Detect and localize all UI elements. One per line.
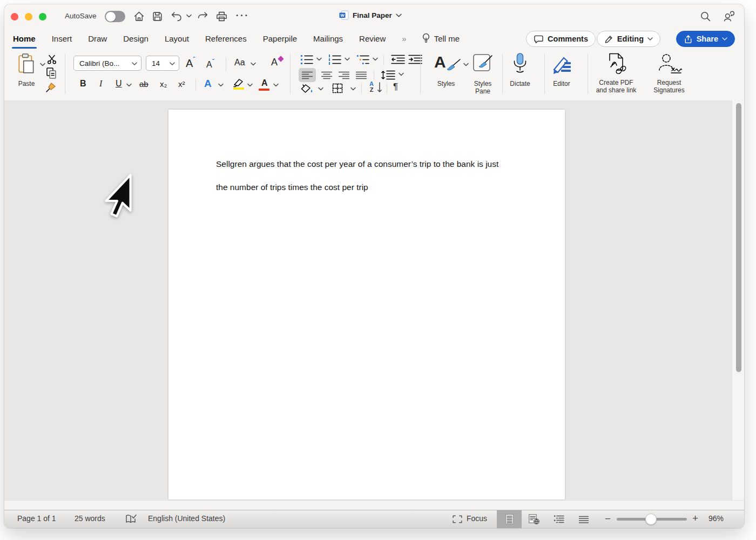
redo-icon[interactable] (197, 11, 208, 23)
close-traffic-light[interactable] (11, 13, 18, 21)
language-indicator[interactable]: English (United States) (148, 514, 225, 523)
zoom-level[interactable]: 96% (708, 514, 724, 523)
font-color-button[interactable]: A (261, 78, 268, 88)
home-icon[interactable] (133, 11, 145, 23)
numbering-button[interactable] (328, 54, 341, 65)
line-spacing-button[interactable] (381, 70, 395, 80)
create-pdf-share-link-button[interactable] (604, 52, 629, 76)
tab-design[interactable]: Design (123, 33, 148, 44)
save-icon[interactable] (152, 11, 164, 23)
tab-insert[interactable]: Insert (52, 33, 72, 44)
align-right-button[interactable] (335, 68, 353, 82)
outline-view-button[interactable] (546, 510, 571, 528)
document-page[interactable]: Sellgren argues that the cost per year o… (168, 110, 565, 500)
undo-dropdown-icon[interactable] (186, 14, 192, 18)
paste-dropdown-icon[interactable] (40, 63, 45, 66)
editing-dropdown-icon (647, 37, 653, 40)
zoom-slider-thumb[interactable] (645, 514, 657, 525)
divider (420, 54, 421, 94)
word-count[interactable]: 25 words (75, 514, 105, 523)
font-name-select[interactable]: Calibri (Bo... (73, 56, 141, 71)
shrink-font-button[interactable]: Aˇ (206, 58, 214, 70)
document-title-group[interactable]: W Final Paper (339, 10, 402, 20)
sort-button[interactable]: AZ (368, 81, 375, 93)
numbering-dropdown-icon[interactable] (345, 57, 350, 61)
italic-button[interactable]: I (99, 79, 102, 89)
tab-references[interactable]: References (205, 33, 247, 44)
editor-button[interactable] (551, 53, 572, 76)
clear-formatting-button[interactable]: A (271, 57, 283, 68)
align-center-button[interactable] (318, 68, 335, 82)
cut-icon[interactable] (46, 54, 57, 65)
page-indicator[interactable]: Page 1 of 1 (17, 514, 56, 523)
tab-draw[interactable]: Draw (88, 33, 107, 44)
request-signatures-button[interactable] (657, 52, 682, 76)
bullets-dropdown-icon[interactable] (316, 57, 322, 61)
grow-font-button[interactable]: Aˆ (186, 56, 195, 70)
text-effects-button[interactable]: A (204, 78, 212, 90)
change-case-button[interactable]: Aa (234, 58, 245, 68)
tab-home[interactable]: Home (13, 33, 36, 44)
editing-mode-button[interactable]: Editing (597, 31, 660, 47)
autosave-toggle[interactable] (105, 11, 125, 22)
tell-me-control[interactable]: Tell me (422, 33, 460, 44)
dictate-button[interactable] (510, 52, 530, 76)
undo-icon[interactable] (170, 11, 182, 23)
highlight-dropdown-icon[interactable] (247, 83, 253, 87)
tab-overflow-icon[interactable]: » (402, 34, 405, 43)
paragraph-mark-button[interactable]: ¶ (393, 82, 398, 92)
zoom-out-button[interactable]: − (605, 513, 611, 525)
font-color-dropdown-icon[interactable] (273, 83, 279, 87)
tab-layout[interactable]: Layout (165, 33, 189, 44)
tab-paperpile[interactable]: Paperpile (263, 33, 297, 44)
copy-icon[interactable] (45, 67, 57, 80)
tab-mailings[interactable]: Mailings (313, 33, 343, 44)
highlight-color-button[interactable] (232, 78, 245, 90)
lightbulb-icon (422, 33, 430, 44)
web-layout-view-button[interactable] (522, 510, 546, 528)
multilevel-list-button[interactable] (356, 54, 369, 65)
underline-dropdown-icon[interactable] (126, 83, 132, 87)
title-dropdown-icon[interactable] (396, 14, 402, 17)
underline-button[interactable]: U (116, 79, 122, 89)
multilevel-dropdown-icon[interactable] (373, 57, 378, 61)
align-left-button[interactable] (299, 68, 316, 82)
styles-dropdown-icon[interactable] (463, 63, 469, 66)
focus-icon[interactable] (453, 515, 462, 523)
focus-label[interactable]: Focus (467, 514, 487, 523)
minimize-traffic-light[interactable] (25, 13, 32, 21)
decrease-indent-button[interactable] (391, 54, 405, 65)
comments-button[interactable]: Comments (526, 31, 596, 47)
justify-button[interactable] (353, 68, 370, 82)
font-size-select[interactable]: 14 (146, 56, 179, 71)
strikethrough-button[interactable]: ab (139, 79, 148, 89)
search-icon[interactable] (700, 11, 712, 23)
zoom-in-button[interactable]: + (692, 512, 698, 524)
borders-button[interactable] (332, 83, 343, 93)
people-presence-icon[interactable] (723, 11, 735, 23)
line-spacing-dropdown-icon[interactable] (399, 72, 404, 76)
change-case-dropdown-icon[interactable] (251, 62, 256, 66)
borders-dropdown-icon[interactable] (350, 87, 356, 91)
format-painter-icon[interactable] (45, 81, 58, 93)
bold-button[interactable]: B (80, 79, 86, 89)
vertical-scrollbar[interactable] (732, 100, 744, 501)
spellcheck-icon[interactable] (125, 514, 137, 524)
bullets-button[interactable] (300, 54, 313, 65)
print-icon[interactable] (216, 11, 228, 23)
styles-pane-button[interactable] (471, 53, 495, 75)
superscript-button[interactable]: x² (178, 79, 185, 89)
shading-button[interactable] (301, 84, 314, 94)
shading-dropdown-icon[interactable] (318, 87, 323, 91)
tab-review[interactable]: Review (359, 33, 386, 44)
subscript-button[interactable]: x₂ (160, 79, 167, 89)
more-quick-actions-icon[interactable] (235, 13, 247, 25)
paste-button[interactable] (15, 53, 38, 76)
text-effects-dropdown-icon[interactable] (218, 83, 224, 87)
scrollbar-thumb[interactable] (736, 103, 741, 372)
print-layout-view-button[interactable] (497, 510, 522, 528)
zoom-traffic-light[interactable] (39, 13, 46, 21)
svg-text:W: W (340, 13, 345, 18)
draft-view-button[interactable] (571, 510, 596, 528)
share-button[interactable]: Share (676, 31, 735, 47)
